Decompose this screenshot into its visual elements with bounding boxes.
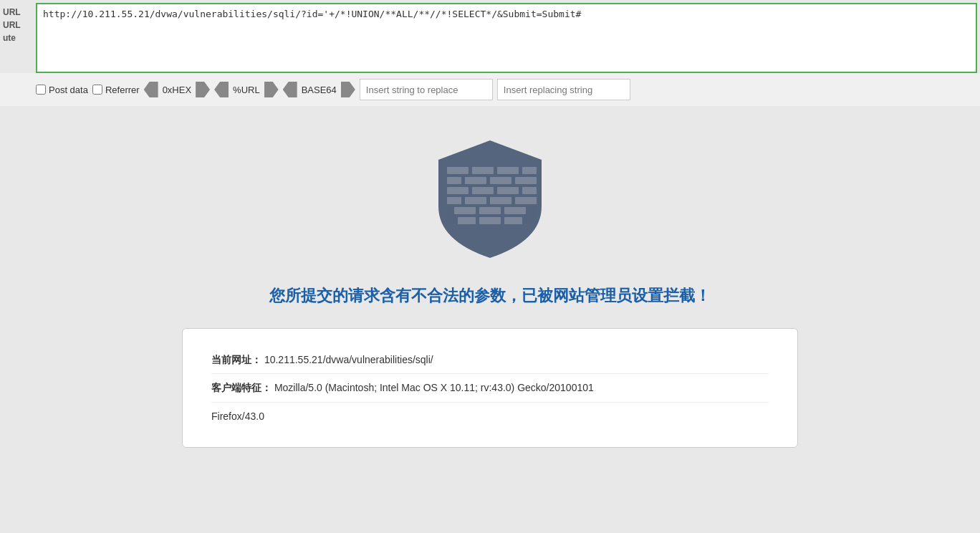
hex-label: 0xHEX	[160, 83, 194, 97]
svg-rect-19	[458, 217, 476, 224]
url-label-3: ute	[0, 32, 24, 44]
svg-rect-2	[497, 167, 519, 174]
toolbar: Post data Referrer 0xHEX %URL BASE64	[0, 73, 980, 106]
svg-rect-11	[522, 187, 537, 194]
hex-encode-group: 0xHEX	[144, 82, 210, 97]
hex-decode-arrow[interactable]	[144, 82, 158, 97]
svg-rect-20	[479, 217, 501, 224]
info-url-value: 10.211.55.21/dvwa/vulnerabilities/sqli/	[264, 354, 433, 365]
base64-label: BASE64	[299, 83, 340, 97]
base64-encode-arrow[interactable]	[341, 82, 355, 97]
svg-rect-9	[472, 187, 494, 194]
svg-rect-5	[465, 177, 486, 184]
warning-text: 您所提交的请求含有不合法的参数，已被网站管理员设置拦截！	[269, 285, 711, 307]
base64-encode-group: BASE64	[283, 82, 355, 97]
main-content: 您所提交的请求含有不合法的参数，已被网站管理员设置拦截！ 当前网址： 10.21…	[0, 106, 980, 476]
postdata-group: Post data	[36, 85, 88, 95]
svg-rect-21	[504, 217, 522, 224]
info-ua-label: 客户端特征：	[211, 382, 272, 393]
svg-rect-0	[447, 167, 469, 174]
shield-icon	[433, 135, 547, 264]
svg-rect-12	[447, 197, 461, 204]
info-row-url: 当前网址： 10.211.55.21/dvwa/vulnerabilities/…	[211, 346, 769, 374]
postdata-checkbox[interactable]	[36, 85, 46, 95]
svg-rect-10	[497, 187, 519, 194]
base64-decode-arrow[interactable]	[283, 82, 297, 97]
info-ua-value: Mozilla/5.0 (Macintosh; Intel Mac OS X 1…	[274, 382, 594, 393]
info-row-browser: Firefox/43.0	[211, 403, 769, 430]
replacing-string-input[interactable]	[497, 79, 630, 100]
info-url-label: 当前网址：	[211, 354, 261, 365]
svg-rect-3	[522, 167, 537, 174]
url-encode-group: %URL	[214, 82, 279, 97]
svg-rect-17	[479, 207, 501, 214]
url-label-1: URL	[0, 6, 24, 19]
url-label: %URL	[230, 83, 263, 97]
svg-rect-4	[447, 177, 461, 184]
svg-rect-16	[454, 207, 476, 214]
hex-encode-arrow[interactable]	[196, 82, 210, 97]
info-browser-value: Firefox/43.0	[211, 410, 264, 422]
info-box: 当前网址： 10.211.55.21/dvwa/vulnerabilities/…	[182, 328, 798, 448]
side-labels: URL URL ute	[0, 6, 24, 44]
svg-rect-7	[515, 177, 537, 184]
svg-rect-18	[504, 207, 526, 214]
svg-rect-6	[490, 177, 511, 184]
referrer-checkbox[interactable]	[92, 85, 102, 95]
top-section: URL URL ute http://10.211.55.21/dvwa/vul…	[0, 3, 980, 106]
svg-rect-14	[490, 197, 511, 204]
svg-rect-15	[515, 197, 537, 204]
postdata-label: Post data	[49, 85, 88, 95]
svg-rect-1	[472, 167, 494, 174]
url-decode-arrow[interactable]	[214, 82, 229, 97]
url-label-2: URL	[0, 19, 24, 32]
url-input[interactable]: http://10.211.55.21/dvwa/vulnerabilities…	[37, 4, 976, 69]
referrer-label: Referrer	[105, 85, 140, 95]
url-input-wrapper: http://10.211.55.21/dvwa/vulnerabilities…	[36, 3, 977, 73]
svg-rect-13	[465, 197, 486, 204]
url-encode-arrow[interactable]	[264, 82, 279, 97]
replace-string-input[interactable]	[360, 79, 493, 100]
info-row-ua: 客户端特征： Mozilla/5.0 (Macintosh; Intel Mac…	[211, 374, 769, 402]
referrer-group: Referrer	[92, 85, 140, 95]
svg-rect-8	[447, 187, 469, 194]
